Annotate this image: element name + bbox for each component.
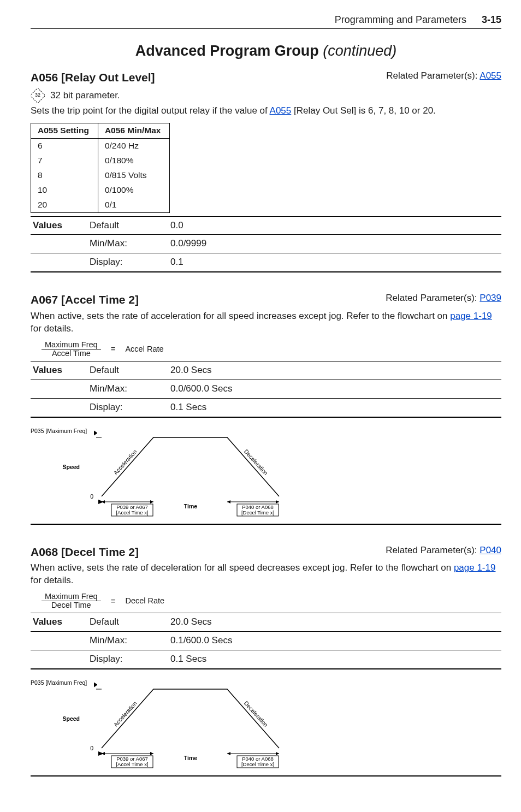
a067-chart: P035 [Maximum Freq] 0 Speed Acceleration… <box>31 425 501 525</box>
a067-related-link[interactable]: P039 <box>479 293 501 303</box>
chart2-leftbox-bot: [Accel Time x] <box>116 761 148 767</box>
a067-related-label: Related Parameter(s): <box>386 293 479 303</box>
a068-values-k0: Default <box>87 613 168 632</box>
a056-row2-c0: 8 <box>31 168 98 183</box>
a056-related-label: Related Parameter(s): <box>386 70 479 81</box>
chart2-ytop: P035 [Maximum Freq] <box>31 679 87 686</box>
chart1-decel: Deceleration <box>243 448 269 476</box>
a068-chart: P035 [Maximum Freq] 0 Speed Acceleration… <box>31 677 501 777</box>
a068-heading: A068 [Decel Time 2] <box>31 544 139 560</box>
a067-desc-post: for details. <box>31 323 73 334</box>
page: Programming and Parameters 3-15 Advanced… <box>0 0 521 812</box>
a056-row1-c1: 0/180% <box>98 153 170 168</box>
a056-bit32-text: 32 bit parameter. <box>50 90 120 102</box>
chart1-leftbox-bot: [Accel Time x] <box>116 509 148 515</box>
a056-values-k2: Display: <box>87 253 168 272</box>
a067-rhs: Accel Rate <box>125 344 163 355</box>
a067-fraction: Maximum Freq Accel Time <box>42 341 101 358</box>
a067-values-v0: 20.0 Secs <box>168 361 501 380</box>
a067-desc-link[interactable]: page 1-19 <box>450 311 492 321</box>
a056-bit32-line: 32 32 bit parameter. <box>31 88 501 103</box>
a067-desc-pre: When active, sets the rate of accelerati… <box>31 311 450 321</box>
a056-desc-link[interactable]: A055 <box>270 105 292 116</box>
a056-desc: Sets the trip point for the digital outp… <box>31 105 501 117</box>
a068-fraction: Maximum Freq Decel Time <box>42 592 101 609</box>
a056-head: A056 [Relay Out Level] Related Parameter… <box>31 70 501 85</box>
a068-desc-post: for details. <box>31 575 73 585</box>
chart2-speed: Speed <box>62 715 80 722</box>
chart2-rightbox-bot: [Decel Time x] <box>241 761 274 767</box>
a067-values-v2: 0.1 Secs <box>168 398 501 417</box>
a068-desc-link[interactable]: page 1-19 <box>454 562 496 573</box>
a068-values-v1: 0.1/600.0 Secs <box>168 632 501 650</box>
a067-values-table: Values Default 20.0 Secs Min/Max: 0.0/60… <box>31 361 501 418</box>
a056-values-k0: Default <box>87 216 168 235</box>
a068-desc: When active, sets the rate of decelerati… <box>31 562 501 587</box>
a067-related: Related Parameter(s): P039 <box>386 292 501 305</box>
a056-desc-pre: Sets the trip point for the digital outp… <box>31 105 270 116</box>
a068-related-label: Related Parameter(s): <box>386 545 479 555</box>
chart2-zero: 0 <box>90 745 93 751</box>
chart1-speed: Speed <box>62 464 80 470</box>
header-page: 3-15 <box>482 13 501 26</box>
a056-values-k1: Min/Max: <box>87 235 168 253</box>
a056-th-setting: A055 Setting <box>31 123 98 139</box>
a068-values-table: Values Default 20.0 Secs Min/Max: 0.1/60… <box>31 613 501 669</box>
a068-frac-bot: Decel Time <box>48 601 94 609</box>
a067-frac-top: Maximum Freq <box>42 341 101 349</box>
a056-values-v0: 0.0 <box>168 216 501 235</box>
section-title: Advanced Program Group <box>135 43 319 59</box>
a056-row0-c1: 0/240 Hz <box>98 138 170 153</box>
a067-values-v1: 0.0/600.0 Secs <box>168 380 501 398</box>
a068-values-k1: Min/Max: <box>87 632 168 650</box>
chart2-accel: Acceleration <box>112 700 138 728</box>
a067-values-label: Values <box>31 361 87 380</box>
a067-frac-bot: Accel Time <box>49 349 94 358</box>
equals-sign-2: = <box>111 596 116 607</box>
a068-related-link[interactable]: P040 <box>479 545 501 555</box>
a067-values-k0: Default <box>87 361 168 380</box>
a068-values-v2: 0.1 Secs <box>168 650 501 669</box>
a056-related: Related Parameter(s): A055 <box>386 70 501 82</box>
a068-related: Related Parameter(s): P040 <box>386 544 501 557</box>
section-continued: (continued) <box>323 43 396 59</box>
a056-values-v1: 0.0/9999 <box>168 235 501 253</box>
chart1-time: Time <box>184 503 197 509</box>
equals-sign: = <box>111 343 116 354</box>
a067-desc: When active, sets the rate of accelerati… <box>31 310 501 335</box>
a056-row4-c1: 0/1 <box>98 198 170 212</box>
a067-heading: A067 [Accel Time 2] <box>31 292 139 307</box>
running-header: Programming and Parameters 3-15 <box>31 13 501 29</box>
section-heading: Advanced Program Group (continued) <box>31 41 501 61</box>
a056-row2-c1: 0/815 Volts <box>98 168 170 183</box>
chart1-ytop: P035 [Maximum Freq] <box>31 428 87 434</box>
a056-row0-c0: 6 <box>31 138 98 153</box>
chart2-decel: Deceleration <box>243 700 269 728</box>
chart1-rightbox-bot: [Decel Time x] <box>241 509 274 515</box>
a056-related-link[interactable]: A055 <box>479 70 501 81</box>
a056-desc-post: [Relay Out Sel] is 6, 7, 8, 10 or 20. <box>291 105 436 116</box>
a068-values-label: Values <box>31 613 87 632</box>
header-title: Programming and Parameters <box>335 13 466 26</box>
a056-th-minmax: A056 Min/Max <box>98 123 170 139</box>
a056-row1-c0: 7 <box>31 153 98 168</box>
a068-head: A068 [Decel Time 2] Related Parameter(s)… <box>31 544 501 560</box>
a056-values-v2: 0.1 <box>168 253 501 272</box>
a068-values-k2: Display: <box>87 650 168 669</box>
a068-rhs: Decel Rate <box>125 596 164 607</box>
a056-row4-c0: 20 <box>31 198 98 212</box>
chart1-zero: 0 <box>90 493 93 500</box>
a068-frac-top: Maximum Freq <box>42 592 101 601</box>
a067-values-k1: Min/Max: <box>87 380 168 398</box>
a067-values-k2: Display: <box>87 398 168 417</box>
a068-values-v0: 20.0 Secs <box>168 613 501 632</box>
a067-equation: Maximum Freq Accel Time = Accel Rate <box>42 341 501 358</box>
a068-desc-pre: When active, sets the rate of decelerati… <box>31 562 454 573</box>
a067-head: A067 [Accel Time 2] Related Parameter(s)… <box>31 292 501 307</box>
a056-row3-c1: 0/100% <box>98 183 170 198</box>
bit32-icon: 32 <box>31 88 45 103</box>
a056-setting-table: A055 Setting A056 Min/Max 60/240 Hz 70/1… <box>31 123 170 213</box>
a068-equation: Maximum Freq Decel Time = Decel Rate <box>42 592 501 609</box>
a056-heading: A056 [Relay Out Level] <box>31 70 155 85</box>
a056-values-label: Values <box>31 216 87 235</box>
